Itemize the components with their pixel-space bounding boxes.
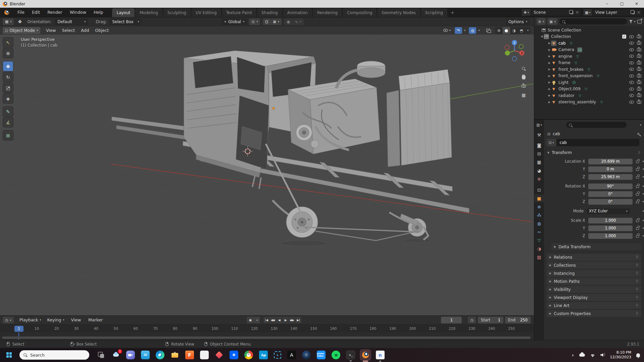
- lock-icon[interactable]: [636, 220, 639, 222]
- menu-item[interactable]: File: [14, 8, 28, 17]
- onedrive-icon[interactable]: [579, 354, 585, 357]
- value-field[interactable]: 25.963 m: [588, 174, 633, 180]
- close-button[interactable]: ×: [629, 0, 644, 8]
- lock-icon[interactable]: [636, 201, 639, 203]
- lock-icon[interactable]: [636, 176, 639, 178]
- hide-viewport-icon[interactable]: [629, 55, 634, 58]
- outliner-search-input[interactable]: [559, 18, 627, 24]
- workspace-tab[interactable]: Modeling: [135, 8, 162, 17]
- outliner-object-row[interactable]: ▶ steering_assembly: [534, 99, 644, 106]
- value-field[interactable]: 0°: [588, 191, 633, 197]
- panel-drag-handle[interactable]: ⠿: [636, 263, 639, 267]
- properties-search-input[interactable]: [566, 122, 627, 128]
- outliner-object-row[interactable]: ▶ Object.009: [534, 86, 644, 93]
- outliner-object-row[interactable]: ▶ radiator: [534, 92, 644, 99]
- panel-drag-handle[interactable]: ⠿: [636, 312, 639, 315]
- menu-item[interactable]: Help: [90, 8, 107, 17]
- snap-toggle[interactable]: Ω: [263, 18, 270, 25]
- animate-dot[interactable]: [643, 176, 644, 177]
- value-field[interactable]: 0°: [588, 199, 633, 205]
- disable-render-icon[interactable]: [637, 35, 641, 38]
- pin-icon[interactable]: [637, 133, 640, 135]
- overlays-toggle[interactable]: ◎: [469, 27, 476, 34]
- workspace-tab[interactable]: UV Editing: [191, 8, 221, 17]
- render-tab[interactable]: ◙: [534, 142, 544, 149]
- timeline-menu[interactable]: View: [67, 316, 85, 324]
- disable-render-icon[interactable]: [637, 101, 641, 104]
- edge-icon[interactable]: [156, 351, 164, 359]
- workspace-tab[interactable]: Scripting: [421, 8, 447, 17]
- tray-overflow-chevron-icon[interactable]: ∧: [572, 353, 574, 357]
- chat-icon[interactable]: [126, 351, 135, 359]
- scale-tool[interactable]: ▢ ↗: [3, 83, 13, 93]
- collapsed-panel-header[interactable]: ▶ Relations ⠿: [547, 254, 641, 261]
- frame-start-field[interactable]: Start1: [478, 317, 503, 323]
- scene-collection-row[interactable]: Scene Collection: [534, 27, 644, 34]
- panel-drag-handle[interactable]: ⠿: [636, 279, 639, 283]
- volume-icon[interactable]: [600, 353, 605, 357]
- object-tab[interactable]: ■: [534, 195, 544, 202]
- collection-checkbox[interactable]: ✓: [622, 35, 626, 39]
- viewport-menu-item[interactable]: Select: [59, 26, 78, 35]
- add-cube-tool[interactable]: ⊞: [3, 130, 13, 141]
- value-field[interactable]: 20.699 m: [588, 159, 633, 164]
- scene-icon[interactable]: ❖▾: [522, 9, 531, 16]
- lock-icon[interactable]: [636, 227, 639, 230]
- disable-render-icon[interactable]: [637, 55, 641, 58]
- scene-name[interactable]: Scene: [531, 10, 570, 15]
- truck-model[interactable]: [112, 51, 469, 246]
- auto-keying-toggle[interactable]: ●: [247, 317, 254, 323]
- panel-drag-handle[interactable]: ⠿: [636, 271, 639, 275]
- menu-item[interactable]: Edit: [28, 8, 44, 17]
- file-explorer-icon[interactable]: [170, 351, 179, 359]
- unlink-scene-icon[interactable]: ×: [576, 10, 581, 15]
- store-icon[interactable]: [200, 351, 209, 359]
- particles-tab[interactable]: ⁂: [534, 211, 544, 219]
- mail-icon[interactable]: ✉: [141, 351, 150, 359]
- disable-render-icon[interactable]: [637, 81, 641, 84]
- new-scene-icon[interactable]: [570, 11, 573, 14]
- collapsed-panel-header[interactable]: ▶ Collections ⠿: [547, 262, 641, 269]
- steam-icon[interactable]: ☉: [302, 351, 311, 359]
- minimize-button[interactable]: –: [600, 0, 614, 8]
- taskbar-search-input[interactable]: Search: [19, 350, 89, 360]
- disable-render-icon[interactable]: [637, 94, 641, 97]
- remove-view-layer-icon[interactable]: ×: [637, 10, 642, 15]
- animate-dot[interactable]: [643, 161, 644, 162]
- timeline-menu[interactable]: Keying▾: [44, 316, 67, 324]
- wireframe-shading-button[interactable]: ⊕: [495, 27, 502, 34]
- value-field[interactable]: 90°: [588, 184, 633, 189]
- active-tool-selector[interactable]: ▦▾: [3, 18, 14, 25]
- workspace-tab[interactable]: Sculpting: [163, 8, 191, 17]
- lock-icon[interactable]: [636, 186, 639, 188]
- add-workspace-button[interactable]: +: [448, 10, 457, 15]
- camera-view-icon[interactable]: [522, 85, 526, 88]
- lock-icon[interactable]: [636, 235, 639, 238]
- object-data-tab[interactable]: ▽: [534, 237, 544, 244]
- cursor-tool[interactable]: ⊕: [3, 48, 13, 58]
- tool-tab[interactable]: ⚒: [534, 131, 544, 139]
- object-id-icon[interactable]: ⊡▾: [547, 139, 556, 146]
- current-frame-field[interactable]: 1: [441, 317, 462, 323]
- scene-selector[interactable]: ❖▾ Scene ×: [522, 9, 581, 16]
- hide-viewport-icon[interactable]: [629, 68, 634, 71]
- snipping-tool-icon[interactable]: +: [274, 351, 281, 359]
- material-tab[interactable]: ◑: [534, 245, 544, 253]
- transform-tool[interactable]: ◈: [3, 93, 13, 104]
- start-button[interactable]: [5, 351, 13, 359]
- workspace-tab[interactable]: Rendering: [313, 8, 342, 17]
- timeline-scrollbar[interactable]: [2, 337, 531, 339]
- animate-dot[interactable]: [643, 186, 644, 187]
- panel-drag-handle[interactable]: ⠿: [636, 296, 639, 299]
- auto-keying-dropdown[interactable]: ▾: [254, 317, 260, 323]
- play-button[interactable]: ▶: [283, 317, 289, 323]
- overlays-dropdown[interactable]: ▾: [476, 27, 482, 34]
- dropbox-icon[interactable]: ❖: [230, 351, 238, 359]
- view-layer-selector[interactable]: ▦▾ View Layer ×: [583, 9, 643, 16]
- proportional-falloff-dropdown[interactable]: ∿▾: [293, 18, 304, 25]
- scene-tab[interactable]: ◕: [534, 167, 544, 174]
- maximize-button[interactable]: ▢: [614, 0, 629, 8]
- timeline-menu[interactable]: Marker: [85, 316, 106, 324]
- collapsed-panel-header[interactable]: ▶ Viewport Display ⠿: [547, 294, 641, 301]
- properties-editor-type-button[interactable]: ▥▾: [534, 121, 544, 128]
